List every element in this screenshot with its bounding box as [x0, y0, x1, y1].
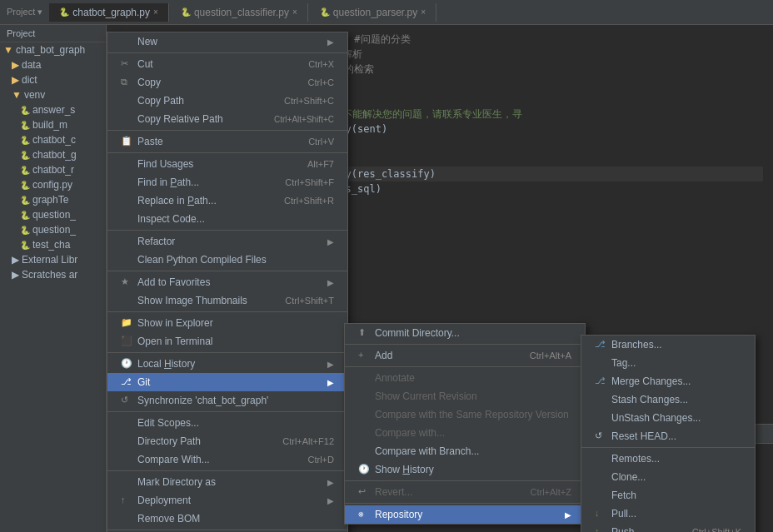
cm-replace-in-path[interactable]: Replace in Path... Ctrl+Shift+R [107, 191, 347, 210]
py-icon3: 🐍 [320, 7, 330, 17]
tab-question-classifier[interactable]: 🐍 question_classifier.py × [171, 3, 308, 22]
sidebar-item-dict[interactable]: ▶ dict [0, 72, 106, 87]
cm-find-usages[interactable]: Find Usages Alt+F7 [107, 155, 347, 173]
repo-stash[interactable]: Stash Changes... [581, 390, 755, 409]
editor-tabs: 🐍 chatbot_graph.py × 🐍 question_classifi… [49, 3, 766, 22]
sidebar-item-question1[interactable]: 🐍 question_ [0, 207, 106, 222]
git-show-history[interactable]: 🕐 Show History [345, 460, 585, 479]
sep5 [107, 271, 347, 271]
paste-icon: 📋 [121, 136, 132, 147]
cm-find-in-path[interactable]: Find in Path... Ctrl+Shift+F [107, 173, 347, 191]
cm-clean-compiled[interactable]: Clean Python Compiled Files [107, 251, 347, 269]
sidebar-item-scratches[interactable]: ▶ Scratches ar [0, 267, 106, 282]
repo-pull[interactable]: ↓ Pull... [581, 505, 755, 523]
repo-branches[interactable]: ⎇ Branches... [581, 336, 755, 354]
repo-arrow: ▶ [565, 510, 571, 520]
cm-copy-path[interactable]: Copy Path Ctrl+Shift+C [107, 92, 347, 110]
sidebar-item-chatbot-c[interactable]: 🐍 chatbot_c [0, 132, 106, 147]
cut-icon: ✂ [121, 58, 132, 70]
cm-refactor[interactable]: Refactor ▶ [107, 232, 347, 251]
git-annotate[interactable]: Annotate [345, 369, 585, 387]
file-icon6: 🐍 [20, 181, 30, 190]
explorer-icon: 📁 [121, 317, 132, 329]
refactor-arrow: ▶ [327, 237, 334, 246]
git-compare-repo[interactable]: Compare with the Same Repository Version [345, 405, 585, 424]
branches-icon: ⎇ [595, 339, 606, 351]
sidebar-tree: ▼ chat_bot_graph ▶ data ▶ dict ▼ venv 🐍 … [0, 42, 106, 532]
sidebar-header: Project [0, 25, 106, 42]
sidebar-root[interactable]: ▼ chat_bot_graph [0, 42, 106, 57]
rel-path-icon [121, 113, 132, 125]
close-icon3[interactable]: × [421, 7, 426, 17]
cm-compare-with[interactable]: Compare With... Ctrl+D [107, 450, 347, 469]
cm-synchronize[interactable]: ↺ Synchronize 'chat_bot_graph' [107, 391, 347, 410]
cm-paste[interactable]: 📋 Paste Ctrl+V [107, 132, 347, 151]
repo-icon: ⎈ [358, 509, 370, 520]
sidebar-item-chatbot-g[interactable]: 🐍 chatbot_g [0, 147, 106, 162]
cm-local-history[interactable]: 🕐 Local History ▶ [107, 355, 347, 373]
sidebar-item-answer[interactable]: 🐍 answer_s [0, 102, 106, 117]
git-add[interactable]: + Add Ctrl+Alt+A [345, 346, 585, 365]
sidebar-item-chatbot-r[interactable]: 🐍 chatbot_r [0, 162, 106, 177]
cm-show-explorer[interactable]: 📁 Show in Explorer [107, 314, 347, 332]
sidebar-item-question2[interactable]: 🐍 question_ [0, 222, 106, 237]
cm-remove-bom[interactable]: Remove BOM [107, 510, 347, 528]
cm-deployment[interactable]: ↑ Deployment ▶ [107, 491, 347, 510]
repo-clone[interactable]: Clone... [581, 468, 755, 486]
annotate-icon [358, 372, 370, 384]
unstash-icon [595, 412, 606, 424]
cm-inspect-code[interactable]: Inspect Code... [107, 210, 347, 228]
compare-with-icon [358, 427, 370, 439]
close-icon[interactable]: × [153, 7, 158, 17]
git-submenu: ⬆ Commit Directory... + Add Ctrl+Alt+A A… [344, 323, 586, 525]
cm-open-terminal[interactable]: ⬛ Open in Terminal [107, 332, 347, 351]
git-compare-branch[interactable]: Compare with Branch... [345, 442, 585, 460]
dir-icon [121, 435, 132, 447]
file-icon1: 🐍 [20, 106, 30, 115]
git-sep2 [345, 366, 585, 367]
git-show-current[interactable]: Show Current Revision [345, 387, 585, 405]
tab-question-parser[interactable]: 🐍 question_parser.py × [310, 3, 436, 22]
cm-git[interactable]: ⎇ Git ▶ [107, 373, 347, 391]
repo-merge[interactable]: ⎇ Merge Changes... [581, 372, 755, 390]
sidebar-item-config[interactable]: 🐍 config.py [0, 177, 106, 192]
git-commit-dir[interactable]: ⬆ Commit Directory... [345, 324, 585, 342]
cm-edit-scopes[interactable]: Edit Scopes... [107, 414, 347, 432]
compare-repo-icon [358, 409, 370, 420]
tab-chatbot-graph[interactable]: 🐍 chatbot_graph.py × [49, 3, 169, 22]
repo-fetch[interactable]: Fetch [581, 486, 755, 505]
git-compare-with[interactable]: Compare with... [345, 424, 585, 442]
inspect-icon [121, 213, 132, 225]
sidebar-item-graphte[interactable]: 🐍 graphTe [0, 192, 106, 207]
repo-push[interactable]: ↑ Push... Ctrl+Shift+K [581, 523, 755, 532]
sidebar-item-test[interactable]: 🐍 test_cha [0, 237, 106, 252]
revert-icon: ↩ [358, 486, 370, 498]
repo-tag[interactable]: Tag... [581, 354, 755, 372]
cm-add-favorites[interactable]: ★ Add to Favorites ▶ [107, 273, 347, 291]
deploy-icon: ↑ [121, 495, 132, 506]
cm-copy[interactable]: ⧉ Copy Ctrl+C [107, 73, 347, 92]
sidebar-item-build[interactable]: 🐍 build_m [0, 117, 106, 132]
cm-cut[interactable]: ✂ Cut Ctrl+X [107, 55, 347, 73]
sidebar: Project ▼ chat_bot_graph ▶ data ▶ dict ▼… [0, 25, 107, 532]
git-revert[interactable]: ↩ Revert... Ctrl+Alt+Z [345, 483, 585, 501]
add-icon: + [358, 350, 370, 361]
cm-mark-directory[interactable]: Mark Directory as ▶ [107, 473, 347, 491]
sidebar-item-data[interactable]: ▶ data [0, 57, 106, 72]
cm-directory-path[interactable]: Directory Path Ctrl+Alt+F12 [107, 432, 347, 450]
git-repository[interactable]: ⎈ Repository ▶ [345, 505, 585, 524]
repo-remotes[interactable]: Remotes... [581, 450, 755, 468]
repo-reset-head[interactable]: ↺ Reset HEAD... [581, 427, 755, 445]
sidebar-item-external[interactable]: ▶ External Libr [0, 252, 106, 267]
compare-icon [121, 454, 132, 465]
file-icon8: 🐍 [20, 211, 30, 220]
sidebar-item-venv[interactable]: ▼ venv [0, 87, 106, 102]
cm-image-thumbnails[interactable]: Show Image Thumbnails Ctrl+Shift+T [107, 291, 347, 310]
submenu-arrow: ▶ [327, 37, 334, 47]
cm-copy-relative-path[interactable]: Copy Relative Path Ctrl+Alt+Shift+C [107, 110, 347, 128]
cm-new[interactable]: New ▶ [107, 32, 347, 51]
py-icon: 🐍 [59, 7, 69, 17]
file-icon9: 🐍 [20, 226, 30, 235]
close-icon2[interactable]: × [292, 7, 297, 17]
repo-unstash[interactable]: UnStash Changes... [581, 409, 755, 427]
